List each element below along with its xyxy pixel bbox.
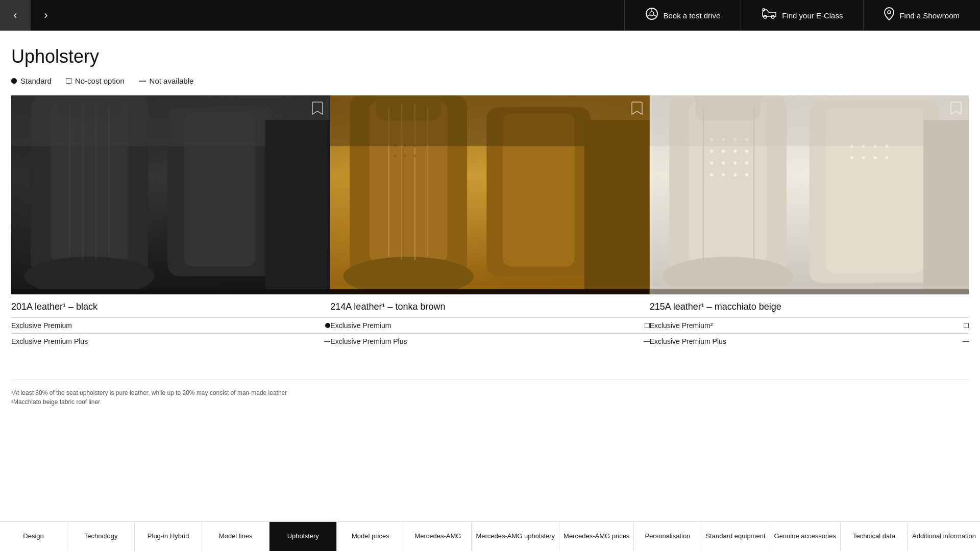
not-available-dash-icon — [139, 81, 146, 82]
tab-additional-information[interactable]: Additional information — [908, 522, 980, 551]
svg-line-3 — [647, 15, 650, 16]
svg-point-36 — [414, 155, 416, 157]
card-215a-row2-label: Exclusive Premium Plus — [650, 337, 726, 345]
tab-model-prices[interactable]: Model prices — [337, 522, 404, 551]
svg-point-45 — [663, 257, 793, 294]
book-test-drive-button[interactable]: Book a test drive — [624, 0, 741, 31]
tab-technology[interactable]: Technology — [67, 522, 135, 551]
card-215a-row2-status-dash — [963, 341, 969, 342]
svg-point-73 — [873, 156, 876, 159]
car-icon — [762, 8, 777, 22]
svg-point-25 — [344, 257, 474, 294]
tab-mercedes-amg[interactable]: Mercedes-AMG — [404, 522, 472, 551]
card-214a-row2-label: Exclusive Premium Plus — [330, 337, 407, 345]
svg-point-52 — [722, 149, 725, 153]
svg-rect-75 — [650, 95, 969, 146]
legend-standard-label: Standard — [20, 77, 52, 85]
card-214a-info: 214A leather¹ – tonka brown Exclusive Pr… — [330, 294, 649, 349]
legend-standard: Standard — [11, 77, 52, 85]
card-215a: 215A leather¹ – macchiato beige Exclusiv… — [650, 95, 969, 349]
tab-genuine-accessories[interactable]: Genuine accessories — [770, 522, 841, 551]
svg-rect-20 — [265, 120, 331, 294]
legend: Standard No-cost option Not available — [11, 77, 969, 85]
card-201a-bookmark[interactable] — [312, 102, 323, 117]
card-201a-row-1: Exclusive Premium — [11, 317, 330, 333]
book-test-drive-label: Book a test drive — [664, 11, 721, 20]
svg-rect-21 — [11, 289, 330, 294]
tab-technical-data[interactable]: Technical data — [841, 522, 908, 551]
svg-point-72 — [862, 156, 865, 159]
svg-point-51 — [710, 149, 713, 153]
svg-rect-41 — [330, 289, 649, 294]
svg-line-4 — [653, 15, 656, 16]
card-215a-info: 215A leather¹ – macchiato beige Exclusiv… — [650, 294, 969, 349]
tab-design[interactable]: Design — [0, 522, 67, 551]
card-214a-row1-label: Exclusive Premium — [330, 321, 391, 330]
svg-point-55 — [710, 161, 713, 164]
card-214a-bookmark[interactable] — [631, 102, 643, 117]
card-215a-row-2: Exclusive Premium Plus — [650, 333, 969, 349]
svg-point-7 — [771, 15, 774, 18]
card-214a-row-2: Exclusive Premium Plus — [330, 333, 649, 349]
main-content: Upholstery Standard No-cost option Not a… — [0, 0, 980, 411]
card-215a-image — [650, 95, 969, 294]
no-cost-square-icon — [66, 78, 71, 84]
find-eclass-label: Find your E-Class — [782, 11, 843, 20]
card-215a-row1-label: Exclusive Premium² — [650, 321, 713, 330]
svg-point-35 — [404, 155, 407, 157]
legend-no-cost-label: No-cost option — [75, 77, 125, 85]
top-navigation: ‹ › Book a test drive — [0, 0, 980, 31]
forward-button[interactable]: › — [31, 0, 61, 31]
nav-actions: Book a test drive Find your E-Class Fi — [624, 0, 981, 31]
seat-visual-brown — [330, 95, 649, 294]
card-214a-row1-status-square — [645, 323, 650, 328]
svg-point-62 — [745, 173, 748, 176]
seat-visual-beige — [650, 95, 969, 294]
svg-point-11 — [24, 257, 155, 294]
svg-point-74 — [885, 156, 888, 159]
card-201a-row2-label: Exclusive Premium Plus — [11, 337, 88, 345]
footnotes: ¹At least 80% of the seat upholstery is … — [11, 380, 969, 411]
find-showroom-label: Find a Showroom — [899, 11, 960, 20]
legend-no-cost: No-cost option — [66, 77, 125, 85]
standard-dot-icon — [11, 78, 17, 84]
card-201a: 201A leather¹ – black Exclusive Premium … — [11, 95, 330, 349]
find-eclass-button[interactable]: Find your E-Class — [741, 0, 863, 31]
card-201a-image — [11, 95, 330, 294]
svg-point-57 — [733, 161, 737, 164]
svg-point-53 — [733, 149, 737, 153]
card-201a-row1-status-dot — [325, 323, 330, 328]
svg-point-54 — [745, 149, 748, 153]
back-button[interactable]: ‹ — [0, 0, 31, 31]
svg-rect-40 — [584, 120, 650, 294]
card-215a-bookmark[interactable] — [950, 102, 962, 117]
bottom-navigation: Design Technology Plug-in Hybrid Model l… — [0, 521, 980, 551]
svg-point-58 — [745, 161, 748, 164]
legend-not-available: Not available — [139, 77, 194, 85]
svg-point-1 — [650, 12, 654, 16]
tab-personalisation[interactable]: Personalisation — [634, 522, 701, 551]
tab-model-lines[interactable]: Model lines — [202, 522, 270, 551]
tab-plug-in-hybrid[interactable]: Plug-in Hybrid — [135, 522, 202, 551]
card-215a-title: 215A leather¹ – macchiato beige — [650, 302, 969, 312]
card-214a-row-1: Exclusive Premium — [330, 317, 649, 333]
card-201a-row2-status-dash — [324, 341, 330, 342]
tab-standard-equipment[interactable]: Standard equipment — [701, 522, 770, 551]
tab-mercedes-amg-prices[interactable]: Mercedes-AMG prices — [559, 522, 634, 551]
card-201a-row1-label: Exclusive Premium — [11, 321, 72, 330]
card-214a-row2-status-dash — [644, 341, 650, 342]
card-201a-title: 201A leather¹ – black — [11, 302, 330, 312]
card-214a-title: 214A leather¹ – tonka brown — [330, 302, 649, 312]
card-215a-row-1: Exclusive Premium² — [650, 317, 969, 333]
svg-point-59 — [710, 173, 713, 176]
svg-point-34 — [394, 155, 397, 157]
tab-mercedes-amg-upholstery[interactable]: Mercedes-AMG upholstery — [472, 522, 559, 551]
find-showroom-button[interactable]: Find a Showroom — [863, 0, 980, 31]
card-201a-row-2: Exclusive Premium Plus — [11, 333, 330, 349]
svg-point-60 — [722, 173, 725, 176]
svg-point-8 — [888, 11, 891, 14]
seat-visual-black — [11, 95, 330, 294]
svg-point-61 — [733, 173, 737, 176]
card-215a-row1-status-square — [964, 323, 969, 328]
tab-upholstery[interactable]: Upholstery — [270, 522, 337, 551]
